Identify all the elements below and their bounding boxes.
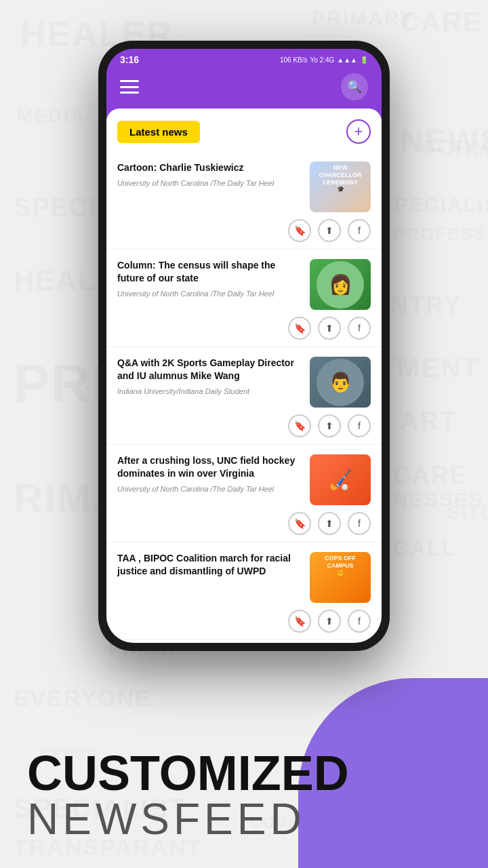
status-carrier: Yo 2:4G (310, 56, 335, 64)
news-thumbnail: 👩 (310, 259, 371, 310)
news-title: Column: The census will shape the future… (117, 259, 302, 285)
share-action-button[interactable]: ⬆ (318, 512, 341, 535)
facebook-action-button[interactable]: f (348, 512, 371, 535)
bookmark-action-button[interactable]: 🔖 (288, 317, 311, 340)
news-title: Q&A with 2K Sports Gameplay Director and… (117, 357, 302, 382)
news-list: Cartoon: Charlie Tuskiewicz University o… (106, 152, 382, 640)
news-item: TAA , BIPOC Coalition march for racial j… (106, 542, 382, 640)
news-title: TAA , BIPOC Coalition march for racial j… (117, 552, 302, 578)
bottom-section: CUSTOMIZED NEWSFEED (0, 651, 488, 868)
news-row: Column: The census will shape the future… (117, 259, 371, 310)
share-action-button[interactable]: ⬆ (318, 414, 341, 437)
news-text-block: After a crushing loss, UNC field hockey … (117, 454, 302, 494)
bottom-title-bold: CUSTOMIZED (27, 749, 461, 797)
news-item: Column: The census will shape the future… (106, 250, 382, 347)
news-text-block: TAA , BIPOC Coalition march for racial j… (117, 552, 302, 582)
latest-news-button[interactable]: Latest news (117, 121, 200, 143)
bottom-title-light: NEWSFEED (27, 797, 461, 841)
news-text-block: Q&A with 2K Sports Gameplay Director and… (117, 357, 302, 396)
add-feed-button[interactable]: + (346, 119, 371, 144)
bookmark-action-button[interactable]: 🔖 (288, 512, 311, 535)
search-button[interactable]: 🔍 (341, 73, 368, 100)
news-thumbnail: 👨 (310, 357, 371, 408)
news-actions-row: 🔖⬆f (117, 408, 371, 444)
share-action-button[interactable]: ⬆ (318, 317, 341, 340)
facebook-action-button[interactable]: f (348, 219, 371, 242)
status-battery: 🔋 (360, 56, 368, 64)
news-actions-row: 🔖⬆f (117, 310, 371, 347)
facebook-action-button[interactable]: f (348, 317, 371, 340)
news-thumbnail: 🏑 (310, 454, 371, 505)
share-action-button[interactable]: ⬆ (318, 610, 341, 633)
news-feed-content[interactable]: Latest news + Cartoon: Charlie Tuskiewic… (106, 108, 382, 643)
status-bar: 3:16 106 KB/s Yo 2:4G ▲▲▲ 🔋 (106, 49, 382, 68)
bookmark-action-button[interactable]: 🔖 (288, 414, 311, 437)
news-source: University of North Carolina /The Daily … (117, 178, 302, 188)
phone-mockup: 3:16 106 KB/s Yo 2:4G ▲▲▲ 🔋 🔍 Latest new… (98, 41, 390, 651)
content-header: Latest news + (106, 108, 382, 152)
status-network: 106 KB/s (280, 56, 308, 64)
news-item: Q&A with 2K Sports Gameplay Director and… (106, 347, 382, 445)
news-row: TAA , BIPOC Coalition march for racial j… (117, 552, 371, 603)
hamburger-menu-button[interactable] (120, 80, 139, 94)
news-row: Q&A with 2K Sports Gameplay Director and… (117, 357, 371, 408)
news-source: University of North Carolina /The Daily … (117, 484, 302, 494)
news-actions-row: 🔖⬆f (117, 603, 371, 639)
status-icons: 106 KB/s Yo 2:4G ▲▲▲ 🔋 (280, 56, 368, 64)
bookmark-action-button[interactable]: 🔖 (288, 219, 311, 242)
news-source: Indiana University/Indiana Daily Student (117, 387, 302, 396)
phone-screen: 3:16 106 KB/s Yo 2:4G ▲▲▲ 🔋 🔍 Latest new… (106, 49, 382, 643)
news-title: After a crushing loss, UNC field hockey … (117, 454, 302, 480)
news-text-block: Column: The census will shape the future… (117, 259, 302, 298)
news-item: After a crushing loss, UNC field hockey … (106, 445, 382, 542)
news-actions-row: 🔖⬆f (117, 212, 371, 249)
news-actions-row: 🔖⬆f (117, 505, 371, 542)
top-bar: 🔍 (106, 68, 382, 108)
news-row: After a crushing loss, UNC field hockey … (117, 454, 371, 505)
news-thumbnail: NEW CHANCELLORCEREMONY🎓 (310, 161, 371, 212)
share-action-button[interactable]: ⬆ (318, 219, 341, 242)
news-row: Cartoon: Charlie Tuskiewicz University o… (117, 161, 371, 212)
bookmark-action-button[interactable]: 🔖 (288, 610, 311, 633)
status-signal: ▲▲▲ (337, 56, 357, 64)
facebook-action-button[interactable]: f (348, 610, 371, 633)
status-time: 3:16 (120, 54, 139, 65)
news-text-block: Cartoon: Charlie Tuskiewicz University o… (117, 161, 302, 188)
facebook-action-button[interactable]: f (348, 414, 371, 437)
news-thumbnail: COPS OFFCAMPUS✊ (310, 552, 371, 603)
news-title: Cartoon: Charlie Tuskiewicz (117, 161, 302, 174)
news-source: University of North Carolina /The Daily … (117, 289, 302, 298)
news-item: Cartoon: Charlie Tuskiewicz University o… (106, 152, 382, 250)
